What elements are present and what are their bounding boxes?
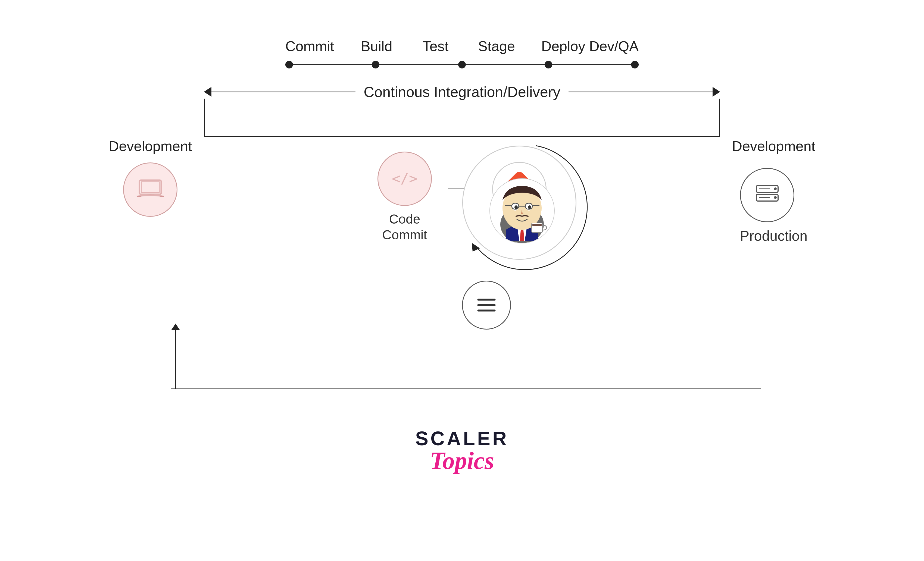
ci-line-right: [568, 91, 720, 92]
git-section: [492, 162, 546, 216]
code-commit-label: CodeCommit: [382, 211, 427, 242]
svg-point-31: [774, 187, 777, 190]
server-circle: [740, 168, 794, 222]
production-label: Production: [740, 228, 808, 244]
middle-section: </> CodeCommit: [378, 138, 546, 329]
ci-arrow-row: Continous Integration/Delivery: [204, 84, 720, 100]
feedback-up-arrow: [171, 323, 180, 389]
ci-arrow-right: [712, 87, 720, 97]
stage-test: Test: [419, 38, 452, 54]
code-commit-row: </> CodeCommit: [378, 152, 546, 242]
dot-stage: [544, 61, 552, 69]
right-dev-section: Development Produ: [732, 138, 815, 244]
left-dev-label: Development: [109, 138, 192, 154]
dot-build: [372, 61, 380, 69]
scaler-name: SCALER: [415, 427, 509, 450]
ci-arrow-left: [204, 87, 212, 97]
server-wrapper: Production: [740, 168, 808, 244]
laptop-icon: [135, 177, 165, 202]
dot-test: [458, 61, 466, 69]
diagram-inner: Development: [109, 138, 815, 329]
stage-stage: Stage: [478, 38, 515, 54]
ci-box: [204, 99, 720, 137]
svg-marker-25: [472, 243, 480, 251]
production-label-wrapper: Production: [740, 227, 808, 244]
up-arrow-head: [171, 323, 180, 330]
menu-circle: [462, 281, 511, 329]
stage-build: Build: [360, 38, 393, 54]
feedback-h-line: [171, 389, 761, 389]
pipeline-labels: Commit Build Test Stage Deploy Dev/QA: [285, 38, 639, 54]
server-icon-svg: [752, 181, 782, 209]
laptop-circle: [123, 163, 177, 217]
diagram-wrapper: Development: [109, 138, 815, 329]
code-icon: </>: [391, 169, 418, 188]
code-circle: </>: [378, 152, 432, 206]
svg-rect-1: [141, 182, 159, 193]
svg-point-32: [774, 196, 777, 199]
left-icon-wrapper: [123, 163, 177, 217]
svg-text:</>: </>: [392, 171, 417, 187]
right-dev-label: Development: [732, 138, 815, 154]
hamburger-icon: [476, 296, 497, 314]
left-dev-section: Development: [109, 138, 192, 217]
svg-rect-0: [140, 180, 161, 194]
up-arrow-line: [175, 329, 176, 389]
stage-commit: Commit: [285, 38, 334, 54]
code-commit-group: </> CodeCommit: [378, 152, 432, 242]
scaler-brand: SCALER Topics: [415, 427, 509, 471]
main-container: Commit Build Test Stage Deploy Dev/QA: [0, 0, 924, 561]
pipeline-dots-row: [285, 59, 639, 70]
ci-label: Continous Integration/Delivery: [356, 84, 568, 100]
ci-line-left: [204, 91, 356, 92]
dot-commit: [285, 61, 293, 69]
ci-section: Continous Integration/Delivery: [204, 84, 720, 100]
pipeline-section: Commit Build Test Stage Deploy Dev/QA: [244, 38, 680, 100]
dot-deploy: [631, 61, 639, 69]
stage-deploy: Deploy Dev/QA: [542, 38, 639, 54]
topics-subtitle: Topics: [430, 450, 494, 471]
curved-arrow-svg: [454, 138, 596, 279]
